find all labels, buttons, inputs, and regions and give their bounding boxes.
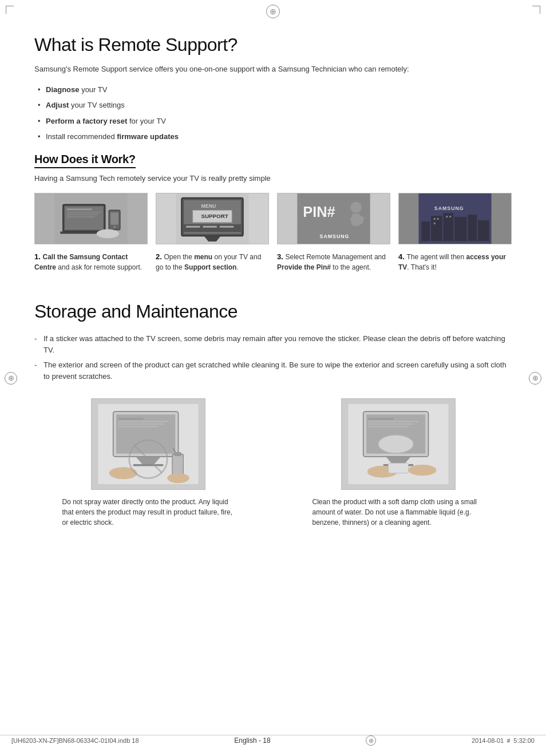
- svg-text:SUPPORT: SUPPORT: [201, 213, 228, 219]
- step-4-bold-access: access your TV: [398, 253, 506, 272]
- step-2-illustration: MENU SUPPORT: [156, 193, 268, 244]
- svg-rect-18: [184, 224, 241, 232]
- svg-rect-68: [368, 423, 413, 425]
- svg-point-54: [109, 467, 137, 479]
- svg-rect-69: [368, 426, 408, 427]
- page-wrapper: ⊕ ⊕ ⊕ What is Remote Support? Samsung's …: [0, 0, 546, 756]
- bullet-diagnose: Diagnose your TV: [34, 82, 512, 98]
- storage-title: Storage and Maintenance: [34, 301, 512, 322]
- svg-rect-33: [421, 221, 430, 240]
- remote-support-section: What is Remote Support? Samsung's Remote…: [34, 34, 512, 295]
- footer-left-text: [UH6203-XN-ZF]BN68-06334C-01I04.indb 18: [11, 737, 139, 744]
- svg-point-72: [378, 435, 413, 453]
- svg-rect-41: [434, 222, 436, 224]
- svg-rect-49: [118, 421, 168, 422]
- svg-point-27: [350, 201, 362, 213]
- footer-right-text: 2014-08-01 ＃ 5:32:00: [472, 737, 535, 745]
- step-3: PIN# SAMSUNG 3. Select Remote Management…: [277, 193, 390, 273]
- step-3-illustration: PIN# SAMSUNG: [278, 193, 390, 244]
- step-2-desc: 2. Open the menu on your TV and go to th…: [156, 251, 269, 273]
- svg-rect-37: [468, 215, 477, 241]
- step-1: 1. Call the Samsung Contact Centre and a…: [34, 193, 148, 273]
- storage-caption-2: Clean the product with a soft damp cloth…: [312, 497, 484, 528]
- svg-rect-9: [110, 212, 118, 225]
- step-4: SAMSUNG 4. The agent will then access yo…: [398, 193, 512, 273]
- right-compass-icon: ⊕: [529, 372, 541, 385]
- svg-point-60: [167, 473, 189, 483]
- svg-rect-21: [220, 225, 234, 227]
- step-3-bold-pin: Provide the Pin#: [277, 263, 331, 271]
- svg-rect-50: [118, 423, 163, 425]
- step-4-image: SAMSUNG: [398, 193, 512, 244]
- step-2-number: 2.: [156, 252, 164, 261]
- step-3-image: PIN# SAMSUNG: [277, 193, 390, 244]
- svg-text:SAMSUNG: SAMSUNG: [434, 205, 464, 211]
- step-1-bold: Call the Samsung Contact Centre: [34, 253, 128, 272]
- remote-support-bullets: Diagnose your TV Adjust your TV settings…: [34, 82, 512, 145]
- storage-bullet-2: The exterior and screen of the product c…: [34, 358, 512, 384]
- bullet-factory-reset: Perform a factory reset for your TV: [34, 113, 512, 129]
- corner-mark-tr: [532, 6, 540, 14]
- svg-rect-39: [434, 218, 436, 220]
- step-4-number: 4.: [398, 252, 406, 261]
- top-compass-icon: ⊕: [266, 5, 280, 18]
- bullet-firmware-bold: firmware updates: [117, 132, 179, 141]
- bullet-adjust-bold: Adjust: [46, 101, 69, 109]
- step-1-image: [34, 193, 148, 244]
- svg-rect-19: [186, 225, 200, 227]
- step-2-bold-menu: menu: [194, 253, 212, 261]
- left-compass-icon: ⊕: [5, 372, 17, 385]
- svg-rect-47: [116, 414, 175, 453]
- svg-rect-51: [118, 426, 158, 427]
- storage-image-1: [91, 398, 205, 490]
- svg-rect-20: [203, 225, 216, 227]
- remote-support-title: What is Remote Support?: [34, 34, 512, 56]
- storage-image-block-1: Do not spray water directly onto the pro…: [34, 398, 262, 528]
- storage-image-block-2: Clean the product with a soft damp cloth…: [284, 398, 512, 528]
- storage-section: Storage and Maintenance If a sticker was…: [34, 301, 512, 528]
- footer-compass-icon: ⊕: [366, 735, 376, 746]
- bullet-firmware: Install recommended firmware updates: [34, 129, 512, 145]
- svg-rect-5: [67, 214, 98, 215]
- storage-bullets: If a sticker was attached to the TV scre…: [34, 331, 512, 385]
- svg-rect-66: [368, 418, 393, 419]
- storage-images-row: Do not spray water directly onto the pro…: [34, 398, 512, 528]
- svg-rect-48: [118, 418, 143, 419]
- svg-text:SAMSUNG: SAMSUNG: [320, 233, 350, 239]
- svg-rect-35: [443, 213, 453, 241]
- storage-caption-1: Do not spray water directly onto the pro…: [62, 497, 234, 528]
- svg-rect-67: [368, 421, 418, 422]
- remote-support-intro: Samsung's Remote Support service offers …: [34, 64, 512, 75]
- svg-rect-4: [67, 212, 101, 213]
- storage-image-2: [341, 398, 456, 490]
- step-4-illustration: SAMSUNG: [399, 193, 511, 244]
- step-2-image: MENU SUPPORT: [156, 193, 269, 244]
- step-1-desc: 1. Call the Samsung Contact Centre and a…: [34, 251, 148, 273]
- svg-rect-38: [478, 220, 489, 240]
- svg-rect-56: [174, 452, 181, 456]
- svg-rect-42: [446, 216, 448, 217]
- bullet-adjust: Adjust your TV settings: [34, 97, 512, 113]
- bullet-factory-reset-bold: Perform a factory reset: [46, 117, 127, 125]
- svg-point-11: [97, 229, 119, 238]
- step-3-desc: 3. Select Remote Management and Provide …: [277, 251, 390, 273]
- svg-rect-40: [437, 218, 439, 220]
- steps-grid: 1. Call the Samsung Contact Centre and a…: [34, 193, 512, 273]
- svg-rect-36: [454, 217, 467, 241]
- svg-point-74: [408, 464, 436, 475]
- step-4-desc: 4. The agent will then access your TV. T…: [398, 251, 512, 273]
- footer-center-text: English - 18: [234, 737, 270, 745]
- step-1-illustration: [35, 193, 147, 244]
- step-2-bold-support: Support section: [184, 263, 236, 271]
- svg-rect-6: [67, 216, 95, 217]
- bullet-diagnose-bold: Diagnose: [46, 85, 80, 94]
- how-does-it-work-title: How Does it Work?: [34, 153, 136, 168]
- svg-rect-75: [388, 463, 408, 473]
- svg-rect-34: [431, 216, 442, 241]
- svg-rect-55: [172, 454, 183, 475]
- step-1-number: 1.: [34, 252, 42, 261]
- page-footer: [UH6203-XN-ZF]BN68-06334C-01I04.indb 18 …: [0, 735, 546, 746]
- svg-point-10: [113, 225, 116, 228]
- svg-text:PIN#: PIN#: [303, 204, 335, 220]
- storage-illustration-1: [97, 404, 200, 484]
